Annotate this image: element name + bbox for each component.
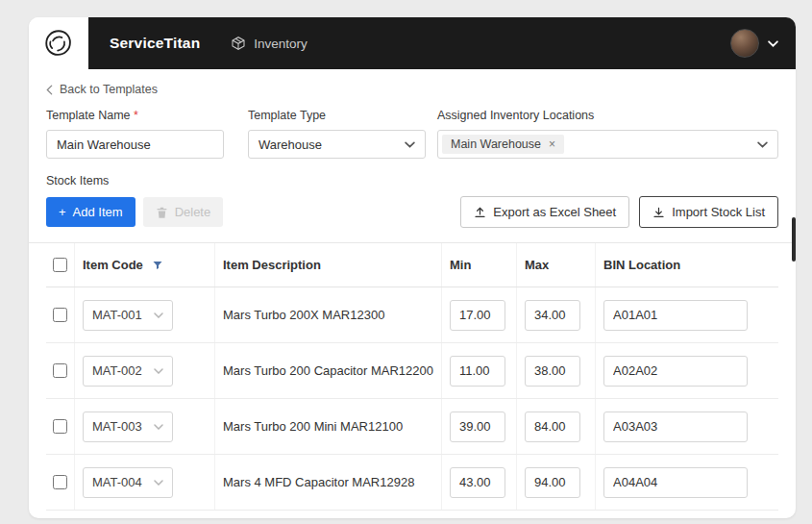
template-form: Template Name * Template Type Warehouse … xyxy=(46,109,778,159)
top-navbar: ServiceTitan Inventory xyxy=(29,17,796,69)
table-row: MAT-003 Mars Turbo 200 Mini MAR12100 xyxy=(46,399,778,455)
assigned-locations-label: Assigned Inventory Locations xyxy=(437,109,778,122)
item-code-select[interactable]: MAT-001 xyxy=(83,300,173,331)
delete-button[interactable]: Delete xyxy=(143,197,224,227)
chevron-left-icon xyxy=(46,85,53,95)
item-description: Mars 4 MFD Capacitor MAR12928 xyxy=(215,455,442,510)
plus-icon: + xyxy=(59,205,66,219)
export-label: Export as Excel Sheet xyxy=(493,205,616,219)
user-menu[interactable] xyxy=(730,29,778,58)
template-type-select[interactable]: Warehouse xyxy=(248,130,426,159)
user-avatar xyxy=(730,29,759,58)
col-item-code: Item Code xyxy=(83,258,143,272)
chevron-down-icon xyxy=(768,40,778,47)
import-label: Import Stock List xyxy=(672,205,765,219)
bin-location-input[interactable] xyxy=(603,467,748,498)
item-code-value: MAT-001 xyxy=(92,308,142,322)
export-icon xyxy=(474,206,486,218)
template-name-label-text: Template Name xyxy=(46,109,131,122)
delete-label: Delete xyxy=(175,205,211,219)
row-checkbox[interactable] xyxy=(53,308,67,322)
location-tag-label: Main Warehouse xyxy=(451,137,541,151)
template-name-label: Template Name * xyxy=(46,109,224,122)
brand-name: ServiceTitan xyxy=(110,35,200,52)
nav-item-label: Inventory xyxy=(254,37,308,51)
item-description: Mars Turbo 200X MAR12300 xyxy=(215,287,442,342)
location-tag: Main Warehouse × xyxy=(442,135,564,154)
table-row: MAT-004 Mars 4 MFD Capacitor MAR12928 xyxy=(46,455,778,511)
table-row: MAT-002 Mars Turbo 200 Capacitor MAR1220… xyxy=(46,343,778,399)
template-type-label: Template Type xyxy=(248,109,426,122)
chevron-down-icon xyxy=(405,141,415,148)
stock-items-heading: Stock Items xyxy=(46,174,778,187)
min-input[interactable] xyxy=(450,356,505,387)
remove-tag-icon[interactable]: × xyxy=(549,138,555,150)
chevron-down-icon xyxy=(154,424,163,430)
import-export-group: Export as Excel Sheet Import Stock List xyxy=(460,196,778,228)
add-item-label: Add Item xyxy=(73,205,123,219)
min-input[interactable] xyxy=(450,467,505,498)
assigned-locations-multiselect[interactable]: Main Warehouse × xyxy=(437,130,778,159)
item-code-select[interactable]: MAT-002 xyxy=(83,356,173,387)
scrollbar-thumb[interactable] xyxy=(792,217,796,262)
header-bar: ServiceTitan Inventory xyxy=(88,17,796,69)
select-all-checkbox[interactable] xyxy=(53,258,67,272)
import-stock-button[interactable]: Import Stock List xyxy=(639,196,778,228)
add-item-button[interactable]: + Add Item xyxy=(46,197,135,227)
item-code-value: MAT-003 xyxy=(92,419,142,434)
max-input[interactable] xyxy=(525,467,580,498)
template-name-input[interactable] xyxy=(46,130,224,159)
max-input[interactable] xyxy=(525,300,580,331)
col-bin-location: BIN Location xyxy=(603,258,680,272)
back-link-label: Back to Templates xyxy=(60,83,158,96)
bin-location-input[interactable] xyxy=(603,300,748,331)
max-input[interactable] xyxy=(525,412,580,442)
stock-actions-toolbar: + Add Item Delete Export as Excel Sheet xyxy=(46,196,778,228)
item-code-select[interactable]: MAT-003 xyxy=(83,412,173,442)
item-description: Mars Turbo 200 Mini MAR12100 xyxy=(215,399,442,454)
col-max: Max xyxy=(525,258,549,272)
filter-icon[interactable] xyxy=(152,260,163,271)
item-code-value: MAT-002 xyxy=(92,363,142,378)
table-row: MAT-001 Mars Turbo 200X MAR12300 xyxy=(46,287,778,343)
item-code-select[interactable]: MAT-004 xyxy=(83,467,173,498)
item-code-value: MAT-004 xyxy=(92,475,142,489)
stock-table-header: Item Code Item Description Min Max BIN L… xyxy=(46,243,778,287)
back-to-templates-link[interactable]: Back to Templates xyxy=(46,83,158,96)
row-checkbox[interactable] xyxy=(53,475,67,489)
chevron-down-icon xyxy=(154,312,163,318)
app-window: ServiceTitan Inventory xyxy=(29,17,796,518)
max-input[interactable] xyxy=(525,356,580,387)
item-description: Mars Turbo 200 Capacitor MAR12200 xyxy=(215,343,442,398)
lion-logo-icon xyxy=(42,27,75,60)
chevron-down-icon xyxy=(154,480,163,486)
bin-location-input[interactable] xyxy=(603,412,748,442)
min-input[interactable] xyxy=(450,412,505,442)
export-excel-button[interactable]: Export as Excel Sheet xyxy=(460,196,629,228)
col-min: Min xyxy=(450,258,471,272)
col-item-description: Item Description xyxy=(223,258,321,272)
row-checkbox[interactable] xyxy=(53,419,67,434)
template-type-value: Warehouse xyxy=(258,137,322,152)
trash-icon xyxy=(156,206,168,219)
nav-item-inventory[interactable]: Inventory xyxy=(231,36,308,51)
servicetitan-logo[interactable] xyxy=(29,17,88,69)
chevron-down-icon xyxy=(757,141,768,148)
bin-location-input[interactable] xyxy=(603,356,748,387)
required-asterisk: * xyxy=(134,109,138,122)
page-content: Back to Templates Template Name * Templa… xyxy=(29,69,796,511)
chevron-down-icon xyxy=(154,368,163,374)
min-input[interactable] xyxy=(450,300,505,331)
row-checkbox[interactable] xyxy=(53,363,67,378)
package-icon xyxy=(231,36,246,51)
import-icon xyxy=(652,206,665,218)
